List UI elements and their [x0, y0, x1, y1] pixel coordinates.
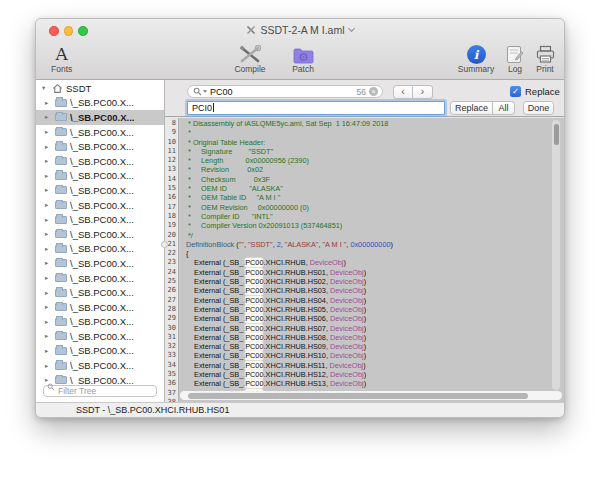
- disclosure-closed-icon[interactable]: ▸: [45, 318, 52, 326]
- search-match-highlight: PC00: [245, 258, 263, 267]
- disclosure-closed-icon[interactable]: ▸: [45, 332, 52, 340]
- disclosure-closed-icon[interactable]: ▸: [45, 128, 52, 136]
- disclosure-closed-icon[interactable]: ▸: [45, 303, 52, 311]
- line-number: 13: [165, 165, 177, 174]
- sidebar-item[interactable]: ▸\_SB.PC00.X...: [36, 110, 164, 125]
- disclosure-closed-icon[interactable]: ▸: [45, 347, 52, 355]
- sidebar-item[interactable]: ▸\_SB.PC00.X...: [36, 227, 164, 242]
- code-text: External (_SB_.PC00.XHCI.RHUB.HS11, Devi…: [177, 361, 366, 370]
- title-area: SSDT-2-A M I.aml: [36, 19, 564, 41]
- disclosure-closed-icon[interactable]: ▸: [45, 186, 52, 194]
- horizontal-scrollbar-thumb[interactable]: [188, 393, 528, 399]
- done-button[interactable]: Done: [523, 101, 554, 115]
- disclosure-closed-icon[interactable]: ▸: [45, 99, 52, 107]
- replace-all-button[interactable]: All: [492, 101, 515, 115]
- sidebar-item[interactable]: ▸\_SB.PC00.X...: [36, 315, 164, 330]
- sidebar-item[interactable]: ▸\_SB.PC00.X...: [36, 358, 164, 373]
- summary-button[interactable]: i Summary: [456, 43, 496, 73]
- sidebar-item[interactable]: ▸\_SB.PC00.X...: [36, 300, 164, 315]
- code-line: 33 External (_SB_.PC00.XHCI.RHUB.HS10, D…: [165, 351, 564, 360]
- split-divider[interactable]: [164, 80, 165, 402]
- replace-button[interactable]: Replace: [450, 101, 493, 115]
- title-chevron-icon[interactable]: [347, 25, 354, 32]
- search-match-highlight: PC00: [245, 379, 263, 388]
- folder-icon: [55, 186, 67, 194]
- log-button[interactable]: Log: [502, 43, 528, 73]
- sidebar-item[interactable]: ▸\_SB.PC00.X...: [36, 96, 164, 111]
- document-proxy-icon[interactable]: [246, 25, 256, 35]
- disclosure-closed-icon[interactable]: ▸: [45, 245, 52, 253]
- search-match-highlight: PC00: [245, 268, 263, 277]
- sidebar-item[interactable]: ▸\_SB.PC00.X...: [36, 198, 164, 213]
- sidebar-item[interactable]: ▸\_SB.PC00.X...: [36, 329, 164, 344]
- sidebar-item[interactable]: ▸\_SB.PC00.X...: [36, 212, 164, 227]
- titlebar[interactable]: SSDT-2-A M I.aml: [36, 19, 564, 41]
- patch-folder-icon: [293, 47, 314, 64]
- replace-checkbox[interactable]: ✓: [510, 86, 521, 97]
- sidebar-item[interactable]: ▸\_SB.PC00.X...: [36, 271, 164, 286]
- sidebar-item[interactable]: ▸\_SB.PC00.X...: [36, 139, 164, 154]
- disclosure-open-icon[interactable]: ▾: [42, 84, 49, 92]
- code-text: External (_SB_.PC00.XHCI.RHUB.HS08, Devi…: [177, 333, 366, 342]
- code-text: * Disassembly of iASLQME5yc.aml, Sat Sep…: [177, 119, 388, 128]
- print-button[interactable]: Print: [532, 43, 558, 73]
- disclosure-closed-icon[interactable]: ▸: [45, 113, 52, 121]
- code-lines: 8 * Disassembly of iASLQME5yc.aml, Sat S…: [165, 119, 564, 402]
- sidebar-item[interactable]: ▸\_SB.PC00.X...: [36, 154, 164, 169]
- disclosure-closed-icon[interactable]: ▸: [45, 172, 52, 180]
- horizontal-scrollbar[interactable]: [180, 391, 562, 400]
- sidebar-root-item[interactable]: ▾ SSDT: [36, 81, 164, 96]
- fonts-button[interactable]: A Fonts: [51, 43, 72, 73]
- folder-icon: [55, 303, 67, 311]
- sidebar-item-label: \_SB.PC00.X...: [70, 345, 134, 356]
- sidebar-item[interactable]: ▸\_SB.PC00.X...: [36, 285, 164, 300]
- find-next-button[interactable]: ›: [413, 85, 433, 99]
- compile-button[interactable]: Compile: [235, 43, 265, 73]
- search-menu-icon[interactable]: [193, 87, 207, 96]
- split-handle-icon[interactable]: [161, 241, 168, 248]
- line-number: 26: [165, 286, 177, 295]
- disclosure-closed-icon[interactable]: ▸: [45, 289, 52, 297]
- sidebar-item[interactable]: ▸\_SB.PC00.X...: [36, 183, 164, 198]
- folder-icon: [55, 332, 67, 340]
- vertical-scrollbar-thumb[interactable]: [554, 124, 559, 145]
- code-text: External (_SB_.PC00.XHCI.RHUB, DeviceObj…: [177, 258, 346, 267]
- patch-button[interactable]: Patch: [288, 43, 318, 73]
- disclosure-closed-icon[interactable]: ▸: [45, 157, 52, 165]
- code-text: External (_SB_.PC00.XHCI.RHUB.HS13, Devi…: [177, 379, 366, 388]
- code-line: 13 * Revision 0x02: [165, 165, 564, 174]
- sidebar-item-label: \_SB.PC00.X...: [70, 156, 134, 167]
- vertical-scrollbar[interactable]: [552, 120, 560, 390]
- find-search-field[interactable]: PC00 56 ×: [187, 85, 383, 98]
- sidebar-item[interactable]: ▸\_SB.PC00.X...: [36, 169, 164, 184]
- disclosure-closed-icon[interactable]: ▸: [45, 274, 52, 282]
- sidebar-item[interactable]: ▸\_SB.PC00.X...: [36, 125, 164, 140]
- sidebar-item-label: \_SB.PC00.X...: [70, 287, 134, 298]
- disclosure-closed-icon[interactable]: ▸: [45, 362, 52, 370]
- folder-icon: [55, 143, 67, 151]
- folder-icon: [55, 245, 67, 253]
- disclosure-closed-icon[interactable]: ▸: [45, 216, 52, 224]
- filter-tree-field: [43, 380, 157, 398]
- replace-input[interactable]: PCI0: [187, 101, 445, 115]
- disclosure-closed-icon[interactable]: ▸: [45, 259, 52, 267]
- sidebar-item[interactable]: ▸\_SB.PC00.X...: [36, 344, 164, 359]
- window-chrome: SSDT-2-A M I.aml A Fonts: [36, 19, 564, 80]
- sidebar-item[interactable]: ▸\_SB.PC00.X...: [36, 242, 164, 257]
- disclosure-closed-icon[interactable]: ▸: [45, 230, 52, 238]
- code-line: 10 * Original Table Header:: [165, 138, 564, 147]
- clear-search-icon[interactable]: ×: [369, 87, 378, 96]
- disclosure-closed-icon[interactable]: ▸: [45, 143, 52, 151]
- filter-tree-input[interactable]: [43, 385, 157, 398]
- code-line: 9 *: [165, 128, 564, 137]
- find-previous-button[interactable]: ‹: [393, 85, 413, 99]
- code-text: External (_SB_.PC00.XHCI.RHUB.HS10, Devi…: [177, 351, 366, 360]
- code-text: *: [177, 128, 191, 137]
- code-editor[interactable]: 8 * Disassembly of iASLQME5yc.aml, Sat S…: [165, 118, 564, 402]
- search-match-highlight: PC00: [245, 342, 263, 351]
- replace-toggle: ✓ Replace: [510, 86, 560, 97]
- code-text: * OEM Revision 0x00000000 (0): [177, 203, 309, 212]
- disclosure-closed-icon[interactable]: ▸: [45, 201, 52, 209]
- sidebar-item[interactable]: ▸\_SB.PC00.X...: [36, 256, 164, 271]
- folder-icon: [55, 113, 67, 121]
